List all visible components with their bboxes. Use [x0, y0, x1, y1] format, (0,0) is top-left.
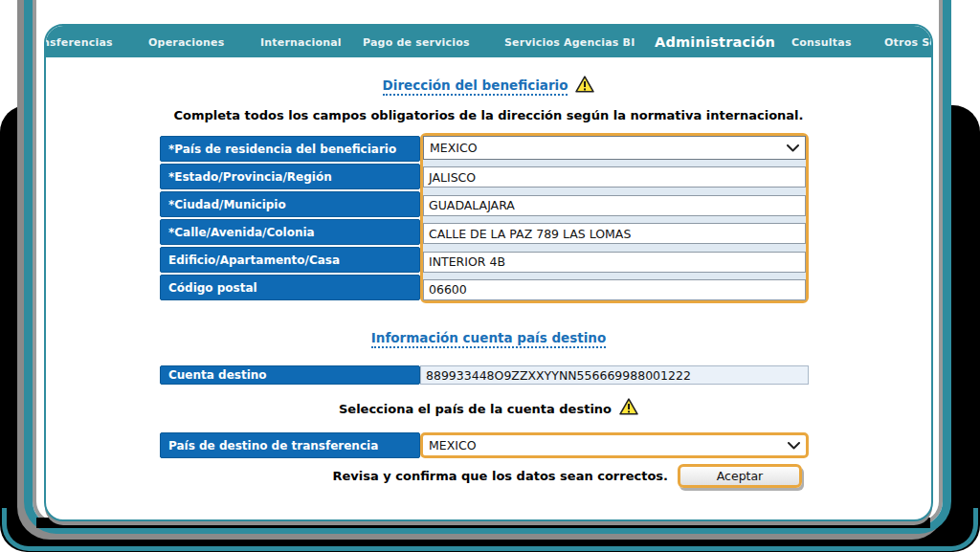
destination-country-selected-value: MEXICO [429, 438, 477, 453]
main-window: nsferenciasOperacionesInternacionalPago … [44, 24, 933, 521]
warning-triangle-icon [619, 398, 638, 419]
address-instruction-text: Completa todos los campos obligatorios d… [46, 108, 931, 122]
select-country-instruction-text: Selecciona el país de la cuenta destino [339, 402, 612, 416]
nav-item[interactable]: Servicios Agencias BI [504, 35, 635, 48]
accept-button[interactable]: Aceptar [678, 464, 802, 488]
select-selected-value: MEXICO [430, 141, 478, 155]
confirm-text: Revisa y confirma que los datos sean cor… [332, 469, 668, 483]
warning-triangle-icon [575, 76, 594, 97]
form-field-input[interactable]: GUADALAJARA [423, 195, 806, 216]
form-field-label: Edificio/Apartamento/Casa [160, 247, 420, 273]
address-form-labels: *País de residencia del beneficiario*Est… [160, 136, 420, 302]
chevron-down-icon [788, 438, 800, 453]
nav-item[interactable]: Consultas [791, 35, 852, 48]
nav-item[interactable]: Operaciones [148, 35, 224, 48]
nav-item[interactable]: Otros Sen [884, 35, 933, 48]
destination-account-value: 889933448O9ZZXXYYNN556669988001222 [420, 365, 809, 385]
address-section-header: Dirección del beneficiario [46, 76, 931, 97]
chevron-down-icon [787, 141, 799, 155]
address-form-values: MEXICO JALISCOGUADALAJARACALLE DE LA PAZ… [420, 133, 809, 303]
form-field-label: *Estado/Provincia/Región [160, 164, 420, 189]
form-field-label: *Calle/Avenida/Colonia [160, 219, 420, 245]
destination-account-label: Cuenta destino [160, 365, 420, 385]
nav-item[interactable]: Internacional [260, 35, 342, 48]
form-field-input[interactable]: INTERIOR 4B [423, 252, 806, 273]
nav-item[interactable]: Pago de servicios [363, 35, 470, 48]
form-field-label: Código postal [160, 275, 420, 300]
account-section-header: Información cuenta país destino [46, 330, 931, 348]
form-field-select[interactable]: MEXICO [423, 136, 806, 160]
nav-bar: nsferenciasOperacionesInternacionalPago … [46, 26, 931, 57]
address-section-title[interactable]: Dirección del beneficiario [383, 77, 568, 96]
form-field-label: *Ciudad/Municipio [160, 191, 420, 217]
form-field-label: *País de residencia del beneficiario [160, 136, 420, 162]
account-section-title[interactable]: Información cuenta país destino [371, 330, 606, 348]
nav-item[interactable]: Administración [655, 34, 775, 50]
form-field-input[interactable]: CALLE DE LA PAZ 789 LAS LOMAS [423, 223, 806, 244]
destination-account-row: Cuenta destino 889933448O9ZZXXYYNN556669… [160, 365, 809, 385]
form-field-input[interactable]: 06600 [423, 279, 806, 300]
destination-country-select[interactable]: MEXICO [420, 432, 809, 458]
form-field-input[interactable]: JALISCO [423, 166, 806, 188]
nav-item[interactable]: nsferencias [44, 35, 113, 48]
destination-country-label: País de destino de transferencia [160, 432, 420, 458]
confirm-row: Revisa y confirma que los datos sean cor… [46, 464, 802, 488]
destination-country-row: País de destino de transferencia MEXICO [160, 432, 809, 458]
select-country-instruction: Selecciona el país de la cuenta destino [46, 398, 931, 419]
